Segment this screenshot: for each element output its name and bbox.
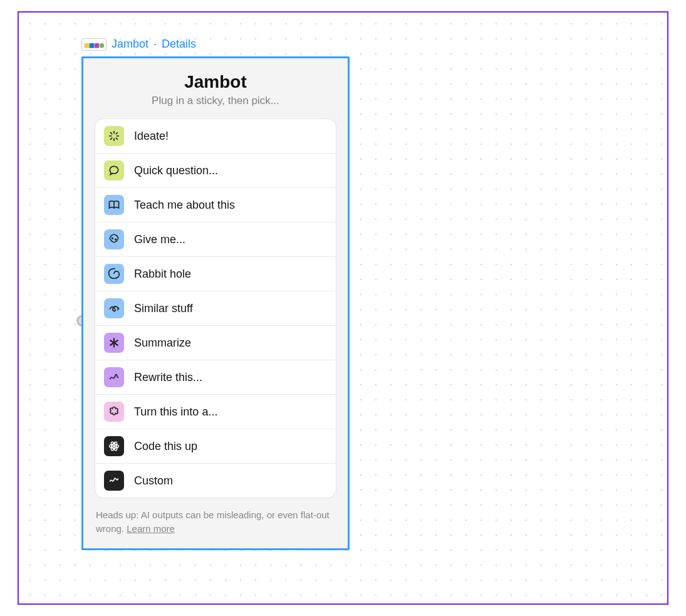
svg-line-5 (116, 138, 117, 139)
brain-icon (104, 229, 124, 249)
speech-icon (104, 160, 124, 180)
svg-line-7 (111, 138, 112, 139)
action-label: Similar stuff (134, 302, 193, 315)
flower-icon (104, 402, 124, 422)
svg-point-10 (115, 239, 117, 240)
squiggle-icon (104, 367, 124, 387)
action-label: Quick question... (134, 164, 218, 177)
widget-breadcrumb: Jambot · Details (81, 38, 196, 51)
canvas-dotgrid[interactable]: Jambot · Details Jambot Plug in a sticky… (18, 11, 668, 605)
action-quick-question[interactable]: Quick question... (95, 154, 336, 188)
breadcrumb-separator: · (153, 38, 157, 51)
burst-icon (104, 126, 124, 146)
asterisk-icon (104, 333, 124, 353)
svg-point-17 (113, 446, 115, 447)
action-label: Rewrite this... (134, 371, 202, 384)
panel-title: Jambot (95, 72, 336, 92)
jambot-panel-selected[interactable]: Jambot Plug in a sticky, then pick... Id… (81, 56, 350, 550)
action-label: Turn this into a... (134, 405, 217, 419)
action-rabbit-hole[interactable]: Rabbit hole (95, 257, 336, 291)
disclaimer: Heads up: AI outputs can be misleading, … (95, 508, 336, 536)
svg-line-4 (111, 133, 112, 134)
action-teach[interactable]: Teach me about this (95, 188, 336, 222)
action-label: Teach me about this (134, 199, 235, 212)
action-similar[interactable]: Similar stuff (95, 291, 336, 326)
scribble-icon (104, 471, 124, 491)
action-turn-into[interactable]: Turn this into a... (95, 395, 336, 429)
book-icon (104, 195, 124, 215)
action-label: Give me... (134, 233, 185, 246)
action-label: Ideate! (134, 130, 169, 143)
breadcrumb-details-link[interactable]: Details (162, 38, 196, 51)
svg-point-9 (112, 238, 113, 239)
atom-icon (104, 436, 124, 456)
action-rewrite[interactable]: Rewrite this... (95, 360, 336, 395)
loop-icon (104, 298, 124, 318)
svg-line-6 (116, 133, 117, 134)
breadcrumb-widget-name[interactable]: Jambot (112, 38, 148, 51)
action-summarize[interactable]: Summarize (95, 326, 336, 360)
jambot-logo-icon (81, 38, 107, 51)
action-label: Rabbit hole (134, 268, 191, 281)
action-list: Ideate! Quick question... (95, 118, 336, 498)
action-code[interactable]: Code this up (95, 429, 336, 464)
panel-subtitle: Plug in a sticky, then pick... (95, 95, 336, 107)
action-label: Code this up (134, 440, 197, 453)
action-label: Custom (134, 474, 173, 488)
learn-more-link[interactable]: Learn more (127, 523, 175, 534)
spiral-icon (104, 264, 124, 284)
action-label: Summarize (134, 337, 191, 350)
action-custom[interactable]: Custom (95, 464, 336, 498)
action-ideate[interactable]: Ideate! (95, 119, 336, 154)
action-give-me[interactable]: Give me... (95, 222, 336, 257)
